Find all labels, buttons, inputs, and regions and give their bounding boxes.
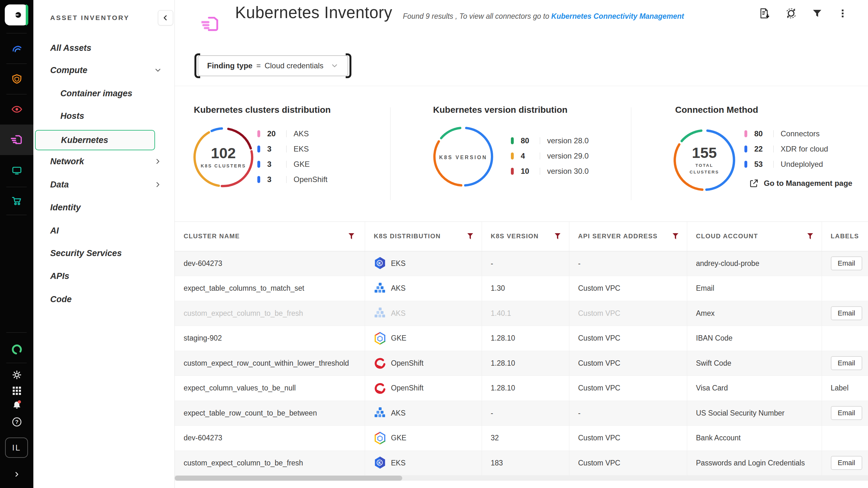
sidebar-item-hosts[interactable]: Hosts: [33, 106, 175, 126]
column-cloud-account[interactable]: CLOUD ACCOUNT: [687, 222, 822, 251]
connection-legend: 80Connectors 22XDR for cloud 53Undeploly…: [744, 129, 828, 175]
label-chip[interactable]: Email: [831, 306, 862, 320]
table-row[interactable]: staging-902 GKE 1.28.10 Custom VPC IBAN …: [175, 326, 868, 351]
column-filter-icon[interactable]: [467, 233, 473, 240]
version-donut-chart[interactable]: K8S VERSION: [431, 124, 496, 191]
svg-text:K: K: [378, 261, 381, 266]
avatar[interactable]: IL: [5, 437, 28, 458]
sidebar-item-code[interactable]: Code: [33, 289, 175, 309]
table-row[interactable]: dev-604273 KEKS - - andrey-cloud-probe E…: [175, 251, 868, 276]
sidebar-item-network[interactable]: Network: [33, 151, 175, 172]
legend-tick: [257, 161, 260, 168]
column-k8s-version[interactable]: K8S VERSION: [482, 222, 569, 251]
clusters-total-label: K8S CLUSTERS: [201, 163, 246, 169]
external-link-icon: [749, 179, 759, 188]
asset-inventory-icon: [11, 134, 23, 146]
chevron-right-icon: [13, 470, 21, 478]
sidebar-item-data[interactable]: Data: [33, 175, 175, 195]
rail-item-asset-inventory[interactable]: [0, 128, 33, 151]
cortex-logo[interactable]: [5, 4, 28, 25]
legend-item[interactable]: 22XDR for cloud: [744, 144, 828, 154]
sidebar-item-ai[interactable]: AI: [33, 220, 175, 241]
gke-icon: [374, 431, 386, 445]
chevron-down-icon: [154, 66, 162, 74]
aks-icon: [374, 282, 386, 295]
legend-item[interactable]: 4version 29.0: [511, 151, 589, 161]
table-row[interactable]: expect_table_row_count_to_be_between AKS…: [175, 401, 868, 426]
page-title: Kubernetes Inventory: [235, 3, 392, 22]
rail-item-help[interactable]: ?: [0, 413, 33, 431]
page-subtitle: Found 9 results , To view all connectors…: [403, 12, 684, 21]
legend-item[interactable]: 10version 30.0: [511, 166, 589, 176]
legend-item[interactable]: 80version 28.0: [511, 136, 589, 146]
filter-value: Cloud credentials: [265, 61, 323, 70]
chart-divider: [390, 108, 391, 200]
chevron-right-icon: [154, 157, 162, 165]
table-row[interactable]: custom_expect_column_to_be_fresh KEKS 18…: [175, 451, 868, 476]
column-filter-icon[interactable]: [554, 233, 561, 240]
table-row[interactable]: expect_column_values_to_be_null OpenShif…: [175, 376, 868, 401]
column-k8s-distribution[interactable]: K8S DISTRIBUTION: [365, 222, 482, 251]
label-chip[interactable]: Email: [831, 406, 862, 420]
label-chip[interactable]: Email: [831, 456, 862, 470]
more-options-button[interactable]: [837, 8, 848, 19]
label-text[interactable]: Label: [831, 384, 848, 392]
legend-item[interactable]: 3GKE: [257, 159, 328, 169]
go-to-management-link[interactable]: Go to Management page: [749, 179, 852, 188]
sidebar-item-kubernetes[interactable]: Kubernetes: [35, 130, 155, 150]
column-labels[interactable]: LABELS: [822, 222, 868, 251]
sidebar-title: ASSET INVENTORY: [50, 14, 130, 22]
table-row[interactable]: custom_expect_column_to_be_fresh AKS 1.4…: [175, 301, 868, 326]
table-row[interactable]: custom_expect_row_count_within_lower_thr…: [175, 351, 868, 376]
cortex-logo-glyph: [10, 9, 23, 21]
legend-tick: [511, 152, 514, 159]
filter-button[interactable]: [811, 8, 823, 19]
column-filter-icon[interactable]: [807, 233, 813, 240]
scrollbar-thumb[interactable]: [175, 476, 402, 481]
shield-icon: [11, 73, 23, 85]
legend-item[interactable]: 3EKS: [257, 144, 328, 154]
rail-item-radar[interactable]: [0, 37, 33, 60]
rail-item-marketplace[interactable]: [0, 189, 33, 212]
sidebar-item-container-images[interactable]: Container images: [33, 83, 175, 103]
finding-type-filter-chip[interactable]: Finding type = Cloud credentials: [194, 53, 351, 78]
connection-donut-chart[interactable]: 155 TOTAL CLUSTERS: [671, 126, 738, 195]
rail-item-shield[interactable]: [0, 68, 33, 91]
legend-item[interactable]: 3OpenShift: [257, 175, 328, 184]
label-chip[interactable]: Email: [831, 256, 862, 270]
refresh-button[interactable]: [785, 7, 798, 20]
legend-item[interactable]: 20AKS: [257, 129, 328, 139]
clusters-donut-chart[interactable]: 102 K8S CLUSTERS: [191, 125, 256, 191]
label-chip[interactable]: Email: [831, 356, 862, 370]
column-filter-icon[interactable]: [348, 233, 354, 240]
help-icon: ?: [11, 417, 22, 427]
sidebar-item-security-services[interactable]: Security Services: [33, 243, 175, 264]
rail-item-notifications[interactable]: [0, 395, 33, 414]
version-center-label: K8S VERSION: [439, 154, 487, 161]
column-api-server-address[interactable]: API SERVER ADDRESS: [569, 222, 687, 251]
legend-item[interactable]: 53Undeplolyed: [744, 159, 828, 169]
table-row[interactable]: expect_table_columns_to_match_set AKS 1.…: [175, 276, 868, 301]
sidebar-item-all-assets[interactable]: All Assets: [33, 38, 175, 58]
sidebar-item-compute[interactable]: Compute: [33, 60, 175, 81]
column-filter-icon[interactable]: [672, 233, 679, 240]
sidebar-item-identity[interactable]: Identity: [33, 197, 175, 218]
export-button[interactable]: [758, 7, 771, 20]
filter-field: Finding type: [207, 61, 253, 70]
table-row[interactable]: dev-604273 GKE 32 Custom VPC Bank Accoun…: [175, 426, 868, 451]
rail-item-eye[interactable]: [0, 98, 33, 121]
rail-item-monitor[interactable]: [0, 159, 33, 182]
kebab-menu-icon: [837, 8, 848, 19]
connectivity-management-link[interactable]: Kubernetes Connectivity Management: [551, 12, 684, 20]
sidebar-collapse-button[interactable]: [158, 10, 173, 25]
legend-tick: [257, 176, 260, 183]
legend-tick: [257, 146, 260, 152]
column-cluster-name[interactable]: CLUSTER NAME: [175, 222, 365, 251]
legend-item[interactable]: 80Connectors: [744, 129, 828, 139]
asset-inventory-sidebar: ASSET INVENTORY All Assets Compute Conta…: [33, 0, 175, 488]
legend-tick: [744, 130, 747, 137]
rail-item-green-ring[interactable]: [0, 338, 33, 361]
rail-expand-button[interactable]: [0, 465, 33, 484]
horizontal-scrollbar: [175, 476, 868, 481]
sidebar-item-apis[interactable]: APIs: [33, 266, 175, 286]
